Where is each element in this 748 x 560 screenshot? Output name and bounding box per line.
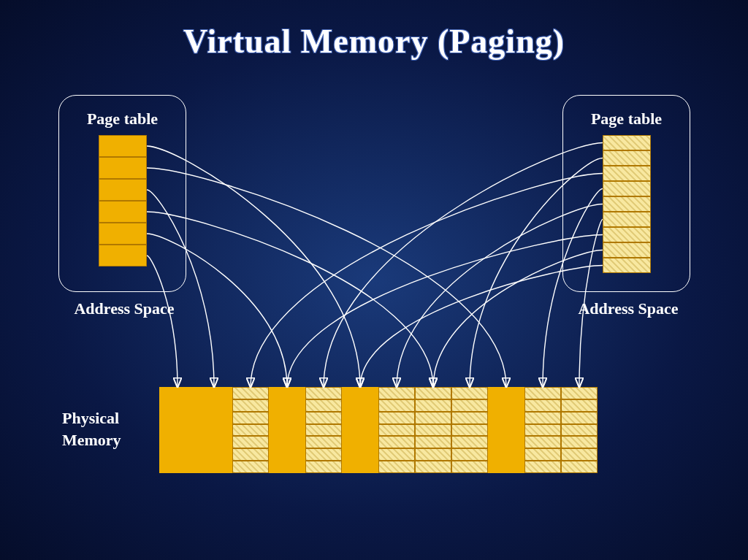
- physical-frame: [561, 387, 598, 473]
- left-page-table-label: Page table: [66, 110, 179, 129]
- page-table-entry: [603, 166, 651, 181]
- page-table-entry: [603, 150, 651, 166]
- page-table-entry: [99, 223, 147, 245]
- left-page-table: [99, 135, 147, 266]
- physical-frame: [415, 387, 451, 473]
- physical-frame: [269, 387, 305, 473]
- page-table-entry: [603, 242, 651, 258]
- right-page-table-label: Page table: [570, 110, 683, 129]
- physical-frame: [488, 387, 524, 473]
- page-table-entry: [99, 245, 147, 266]
- page-table-entry: [99, 179, 147, 201]
- physical-frame: [196, 387, 232, 473]
- physical-memory-label-line1: Physical: [62, 409, 150, 428]
- page-table-entry: [603, 258, 651, 273]
- physical-frame: [305, 387, 342, 473]
- physical-frame: [451, 387, 488, 473]
- right-address-space-label: Address Space: [555, 299, 701, 318]
- physical-frame: [342, 387, 378, 473]
- page-table-entry: [99, 201, 147, 223]
- physical-frame: [524, 387, 561, 473]
- slide-title: Virtual Memory (Paging): [0, 22, 748, 61]
- physical-frame: [232, 387, 269, 473]
- physical-memory-row: [159, 387, 598, 473]
- page-table-entry: [603, 135, 651, 150]
- physical-frame: [159, 387, 196, 473]
- right-page-table: [603, 135, 651, 273]
- left-address-space-label: Address Space: [51, 299, 197, 318]
- page-table-entry: [603, 212, 651, 227]
- page-table-entry: [603, 227, 651, 242]
- page-table-entry: [603, 181, 651, 196]
- physical-memory-label-line2: Memory: [62, 431, 150, 450]
- page-table-entry: [99, 157, 147, 179]
- page-table-entry: [603, 196, 651, 212]
- physical-frame: [378, 387, 415, 473]
- page-table-entry: [99, 135, 147, 157]
